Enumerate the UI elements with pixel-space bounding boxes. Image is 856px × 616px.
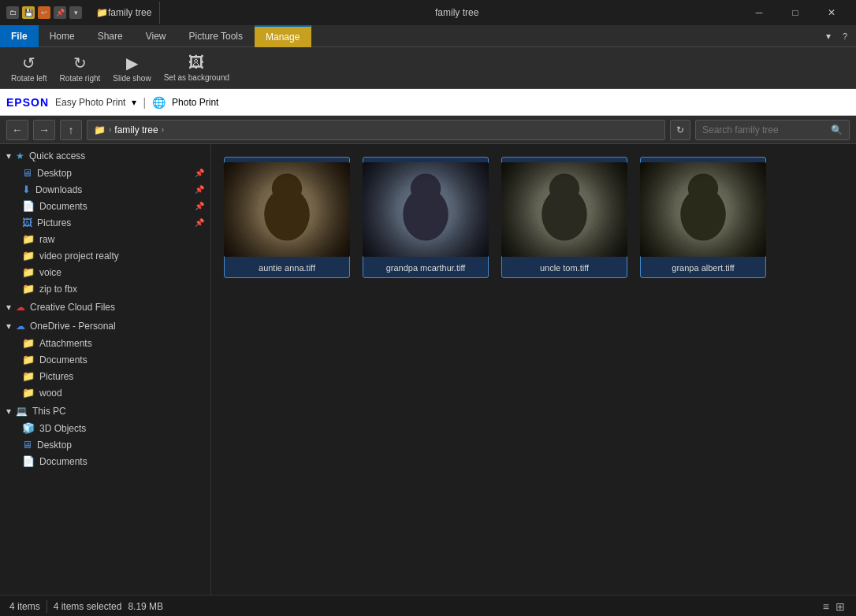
view-tiles-icon[interactable]: ⊞ bbox=[834, 599, 847, 614]
desktop-label: Desktop bbox=[37, 168, 72, 179]
3dobjects-label: 3D Objects bbox=[39, 423, 86, 434]
sidebar-item-desktop[interactable]: 🖥 Desktop 📌 bbox=[0, 165, 210, 181]
photo-print-button[interactable]: Photo Print bbox=[172, 97, 218, 108]
sidebar-item-zip[interactable]: 📁 zip to fbx bbox=[0, 280, 210, 297]
sidebar-item-voice[interactable]: 📁 voice bbox=[0, 264, 210, 280]
creative-cloud-icon: ☁ bbox=[16, 302, 25, 313]
window-title: family tree bbox=[173, 7, 741, 18]
sidebar-item-od-documents[interactable]: 📁 Documents bbox=[0, 351, 210, 368]
pin-icon[interactable]: 📌 bbox=[54, 6, 66, 19]
ribbon-set-background[interactable]: 🖼 Set as background bbox=[159, 49, 234, 87]
ribbon-expand-icon[interactable]: ▾ bbox=[823, 28, 834, 45]
tab-view[interactable]: View bbox=[135, 25, 178, 47]
close-button[interactable]: ✕ bbox=[813, 0, 850, 25]
tab-picture-tools[interactable]: Picture Tools bbox=[178, 25, 255, 47]
sidebar-item-pc-documents[interactable]: 📄 Documents bbox=[0, 453, 210, 469]
up-button[interactable]: ↑ bbox=[60, 120, 82, 140]
minimize-button[interactable]: ─ bbox=[741, 0, 777, 25]
od-pictures-label: Pictures bbox=[39, 371, 73, 382]
rotate-left-icon: ↺ bbox=[22, 54, 35, 72]
file-item-granpa-albert[interactable]: granpa albert.tiff bbox=[640, 157, 766, 278]
sidebar-item-wood[interactable]: 📁 wood bbox=[0, 384, 210, 401]
status-bar: 4 items 4 items selected 8.19 MB ≡ ⊞ bbox=[0, 595, 856, 616]
desktop-folder-icon: 🖥 bbox=[22, 167, 32, 179]
sidebar-thispc-header[interactable]: ▾ 💻 This PC bbox=[0, 403, 210, 420]
sidebar-onedrive-header[interactable]: ▾ ☁ OneDrive - Personal bbox=[0, 317, 210, 335]
epson-bar: EPSON Easy Photo Print ▾ | 🌐 Photo Print bbox=[0, 89, 856, 116]
ribbon-rotate-right[interactable]: ↻ Rotate right bbox=[55, 49, 106, 87]
dropdown-icon[interactable]: ▾ bbox=[69, 6, 82, 19]
wood-folder-icon: 📁 bbox=[22, 387, 35, 399]
file-item-grandpa-mcarthur[interactable]: grandpa mcarthur.tiff bbox=[363, 157, 489, 278]
file-name-granpa-albert: granpa albert.tiff bbox=[672, 263, 734, 273]
documents-folder-icon: 📄 bbox=[22, 200, 35, 212]
status-separator bbox=[47, 600, 47, 613]
ribbon-rotate-left[interactable]: ↺ Rotate left bbox=[6, 49, 52, 87]
tab-home[interactable]: Home bbox=[39, 25, 87, 47]
file-item-auntie-anna[interactable]: auntie anna.tiff bbox=[224, 157, 350, 278]
back-button[interactable]: ← bbox=[6, 120, 28, 140]
sidebar-item-3dobjects[interactable]: 🧊 3D Objects bbox=[0, 420, 210, 436]
tab-family-tree[interactable]: 📁 family tree bbox=[88, 2, 160, 24]
forward-button[interactable]: → bbox=[33, 120, 55, 140]
file-item-uncle-tom[interactable]: uncle tom.tiff bbox=[501, 157, 627, 278]
zip-label: zip to fbx bbox=[39, 284, 77, 295]
maximize-button[interactable]: □ bbox=[777, 0, 813, 25]
tab-file[interactable]: File bbox=[0, 25, 39, 47]
address-path[interactable]: 📁 › family tree › bbox=[87, 120, 665, 140]
sidebar-section-onedrive: ▾ ☁ OneDrive - Personal 📁 Attachments 📁 … bbox=[0, 317, 210, 401]
sidebar-item-od-pictures[interactable]: 📁 Pictures bbox=[0, 368, 210, 384]
epson-dropdown[interactable]: ▾ bbox=[132, 97, 136, 108]
save-icon[interactable]: 💾 bbox=[22, 6, 35, 19]
tab-manage[interactable]: Manage bbox=[255, 25, 311, 47]
od-documents-label: Documents bbox=[39, 354, 87, 366]
quick-access-label: Quick access bbox=[29, 150, 85, 161]
file-name-grandpa-mcarthur: grandpa mcarthur.tiff bbox=[386, 263, 466, 273]
sidebar-item-attachments[interactable]: 📁 Attachments bbox=[0, 335, 210, 351]
background-icon: 🖼 bbox=[188, 54, 204, 72]
view-details-icon[interactable]: ≡ bbox=[821, 599, 831, 614]
refresh-button[interactable]: ↻ bbox=[670, 120, 690, 140]
ribbon-content: ↺ Rotate left ↻ Rotate right ▶ Slide sho… bbox=[0, 47, 856, 88]
file-name-auntie-anna: auntie anna.tiff bbox=[259, 263, 315, 273]
od-collapse-arrow: ▾ bbox=[6, 321, 11, 332]
item-count: 4 items bbox=[9, 601, 40, 612]
pc-documents-icon: 📄 bbox=[22, 455, 35, 467]
sidebar-item-pictures[interactable]: 🖼 Pictures 📌 bbox=[0, 214, 210, 231]
sidebar-item-video[interactable]: 📁 video project realty bbox=[0, 247, 210, 264]
pin-icon: 📌 bbox=[195, 169, 204, 177]
help-button[interactable]: ? bbox=[834, 25, 856, 47]
search-input[interactable] bbox=[702, 124, 828, 135]
quick-access-icon[interactable]: 🗀 bbox=[6, 6, 19, 19]
thispc-collapse-arrow: ▾ bbox=[6, 406, 11, 417]
onedrive-label: OneDrive - Personal bbox=[30, 321, 116, 332]
sidebar-item-pc-desktop[interactable]: 🖥 Desktop bbox=[0, 436, 210, 453]
sidebar-item-documents[interactable]: 📄 Documents 📌 bbox=[0, 198, 210, 214]
pin-icon-pics: 📌 bbox=[195, 218, 204, 227]
undo-icon[interactable]: ↩ bbox=[38, 6, 50, 19]
selected-count: 4 items selected bbox=[54, 601, 122, 612]
tab-share[interactable]: Share bbox=[87, 25, 135, 47]
easy-photo-label: Easy Photo Print bbox=[55, 97, 125, 108]
sidebar-section-thispc: ▾ 💻 This PC 🧊 3D Objects 🖥 Desktop 📄 Doc… bbox=[0, 403, 210, 469]
pc-desktop-label: Desktop bbox=[37, 440, 72, 451]
sidebar-quick-access-header[interactable]: ▾ ★ Quick access bbox=[0, 147, 210, 165]
thumbnail-canvas-2 bbox=[363, 162, 489, 257]
pictures-label: Pictures bbox=[37, 217, 71, 228]
search-box[interactable]: 🔍 bbox=[695, 120, 850, 140]
thispc-label: This PC bbox=[32, 406, 66, 417]
path-folder-name: family tree bbox=[114, 124, 158, 135]
cc-collapse-arrow: ▾ bbox=[6, 302, 11, 313]
sidebar-cc-header[interactable]: ▾ ☁ Creative Cloud Files bbox=[0, 299, 210, 316]
collapse-arrow: ▾ bbox=[6, 150, 11, 161]
sidebar-item-raw[interactable]: 📁 raw bbox=[0, 231, 210, 247]
window-icons: 🗀 💾 ↩ 📌 ▾ bbox=[6, 6, 82, 19]
thumbnail-canvas-4 bbox=[640, 162, 766, 257]
thumbnail-canvas-1 bbox=[224, 162, 350, 257]
thumbnail-canvas-3 bbox=[501, 162, 627, 257]
ribbon-tabs: File Home Share View Picture Tools Manag… bbox=[0, 25, 856, 47]
file-thumb-uncle-tom bbox=[501, 162, 627, 257]
sidebar-item-downloads[interactable]: ⬇ Downloads 📌 bbox=[0, 181, 210, 198]
ribbon-slideshow[interactable]: ▶ Slide show bbox=[108, 49, 155, 87]
downloads-label: Downloads bbox=[35, 184, 82, 195]
